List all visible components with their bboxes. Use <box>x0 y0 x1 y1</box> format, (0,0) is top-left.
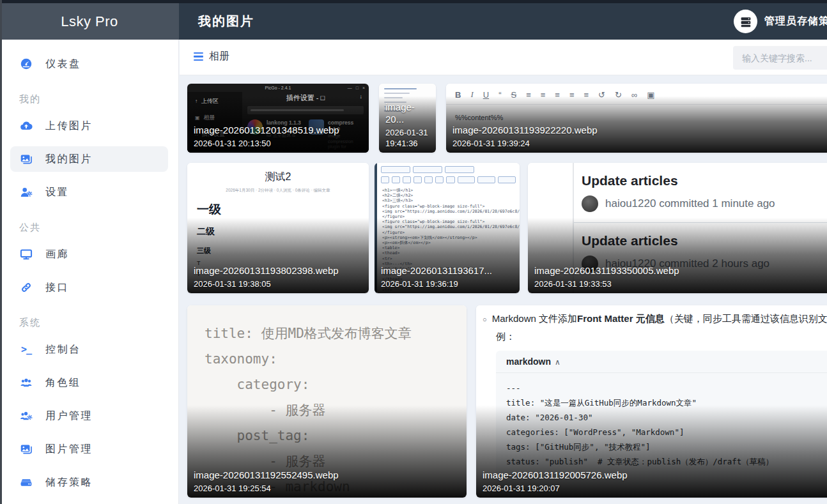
card-meta: image-20260131193617... 2026-01-31 19:36… <box>381 264 516 289</box>
card-meta: image-20260131193922220.webp 2026-01-31 … <box>452 124 827 149</box>
users-icon <box>19 376 33 390</box>
image-datetime: 2026-01-31 19:33:53 <box>534 279 827 289</box>
content-toolbar: 相册 <box>180 40 827 75</box>
sidebar-item-user-management[interactable]: 用户管理 <box>10 403 168 429</box>
card-meta: image-20260131192552495.webp 2026-01-31 … <box>194 469 463 494</box>
image-filename: image-20260131193350005.webp <box>534 264 827 277</box>
sidebar-item-role-groups[interactable]: 角色组 <box>10 370 168 395</box>
image-card[interactable]: image-20... 2026-01-31 19:41:36 <box>379 84 436 153</box>
sidebar-item-settings[interactable]: 设置 <box>10 179 168 205</box>
app-logo[interactable]: Lsky Pro <box>0 3 179 40</box>
hdd-icon <box>19 475 33 489</box>
image-card[interactable]: <h1>一级</h1> <h2>二级</h2> <h3>三级</h3> <fig… <box>375 163 520 293</box>
sidebar-item-api[interactable]: 接口 <box>10 275 168 300</box>
albums-button[interactable]: 相册 <box>194 50 229 63</box>
user-label: 管理员存储策略 <box>764 15 827 28</box>
images-icon <box>19 442 33 456</box>
upload-icon <box>19 119 33 133</box>
sidebar-item-label: 用户管理 <box>45 409 93 423</box>
image-filename: image-20260131201348519.webp <box>194 124 365 136</box>
search-input[interactable] <box>733 46 827 70</box>
image-card[interactable]: Update articles haiou1220 committed 1 mi… <box>528 163 827 293</box>
window-top-strip <box>0 0 827 3</box>
link-icon <box>19 280 33 294</box>
image-datetime: 2026-01-31 19:20:07 <box>483 483 827 494</box>
card-meta: image-20260131193802398.webp 2026-01-31 … <box>194 264 365 289</box>
card-meta: image-20260131192005726.webp 2026-01-31 … <box>483 469 827 494</box>
page-title: 我的图片 <box>198 13 254 30</box>
sidebar-section-label: 公共 <box>10 213 168 241</box>
gallery-icon <box>19 247 33 261</box>
image-card[interactable]: PicGo - 2.4.1 — □ × ↑上传区 ▣相册 ∷插件设置 插件设置 … <box>187 84 369 153</box>
image-card[interactable]: ○ Markdown 文件添加Front Matter 元信息（关键，同步工具需… <box>476 305 827 498</box>
image-datetime: 2026-01-31 20:13:50 <box>194 138 365 149</box>
sidebar-item-upload[interactable]: 上传图片 <box>10 113 168 139</box>
card-meta: image-20260131201348519.webp 2026-01-31 … <box>194 124 365 149</box>
server-icon <box>739 15 753 29</box>
sidebar-item-label: 设置 <box>45 186 69 199</box>
sidebar-item-label: 仪表盘 <box>45 57 81 71</box>
app-header: Lsky Pro 我的图片 管理员存储策略 <box>0 3 827 40</box>
sidebar-item-my-images[interactable]: 我的图片 <box>10 146 168 172</box>
header-main: 我的图片 管理员存储策略 <box>179 3 827 40</box>
sidebar-item-storage-policy[interactable]: 储存策略 <box>10 470 168 495</box>
sidebar-item-console[interactable]: >_ 控制台 <box>10 337 168 362</box>
list-icon <box>194 52 203 61</box>
sidebar-section-label: 系统 <box>10 308 168 337</box>
terminal-icon: >_ <box>19 342 33 356</box>
sidebar-item-label: 画廊 <box>45 248 69 261</box>
sidebar-item-label: 我的图片 <box>45 153 93 166</box>
image-card[interactable]: 测试2 2026年1月30日 · 2分钟读 · 0人浏览 · 0条评论 · 编辑… <box>187 163 369 293</box>
window-left-edge <box>0 0 2 504</box>
image-card[interactable]: title: 使用MD格式发布博客文章 taxonomy: category: … <box>187 305 467 498</box>
image-filename: image-20260131193922220.webp <box>452 124 827 136</box>
sidebar-item-label: 储存策略 <box>45 476 93 489</box>
albums-label: 相册 <box>209 50 229 63</box>
image-datetime: 2026-01-31 19:41:36 <box>385 127 432 149</box>
avatar[interactable] <box>734 10 757 33</box>
sidebar-item-label: 图片管理 <box>45 443 93 456</box>
image-filename: image-20260131192005726.webp <box>483 469 827 481</box>
card-meta: image-20260131193350005.webp 2026-01-31 … <box>534 264 827 289</box>
image-datetime: 2026-01-31 19:25:54 <box>194 483 463 494</box>
images-icon <box>19 152 33 166</box>
dashboard-icon <box>19 57 33 71</box>
card-meta: image-20... 2026-01-31 19:41:36 <box>385 101 432 149</box>
sidebar-item-image-management[interactable]: 图片管理 <box>10 436 168 462</box>
image-datetime: 2026-01-31 19:39:24 <box>452 138 827 149</box>
user-gear-icon <box>19 185 33 199</box>
image-datetime: 2026-01-31 19:36:19 <box>381 279 516 289</box>
sidebar-item-gallery[interactable]: 画廊 <box>10 241 168 267</box>
sidebar-section-label: 我的 <box>10 84 168 113</box>
image-card[interactable]: B I U “ S ≡ ≡ ≡ ≡ ≡ ↺ ↻ ∞ ▣ %%content%% … <box>446 84 827 153</box>
image-filename: image-20260131192552495.webp <box>194 469 463 481</box>
sidebar-item-label: 角色组 <box>45 376 81 390</box>
image-filename: image-20... <box>385 101 432 125</box>
user-menu[interactable]: 管理员存储策略 <box>734 3 827 40</box>
image-filename: image-20260131193802398.webp <box>194 264 365 277</box>
sidebar: 仪表盘 我的 上传图片 我的图片 设置 公共 <box>0 40 179 504</box>
sidebar-item-dashboard[interactable]: 仪表盘 <box>10 51 168 77</box>
gallery-grid: PicGo - 2.4.1 — □ × ↑上传区 ▣相册 ∷插件设置 插件设置 … <box>179 75 827 504</box>
image-filename: image-20260131193617... <box>381 264 516 277</box>
sidebar-item-label: 控制台 <box>45 343 81 356</box>
sidebar-item-label: 上传图片 <box>45 119 93 133</box>
sidebar-item-label: 接口 <box>45 281 69 294</box>
users-gear-icon <box>19 409 33 423</box>
image-datetime: 2026-01-31 19:38:05 <box>194 279 365 289</box>
